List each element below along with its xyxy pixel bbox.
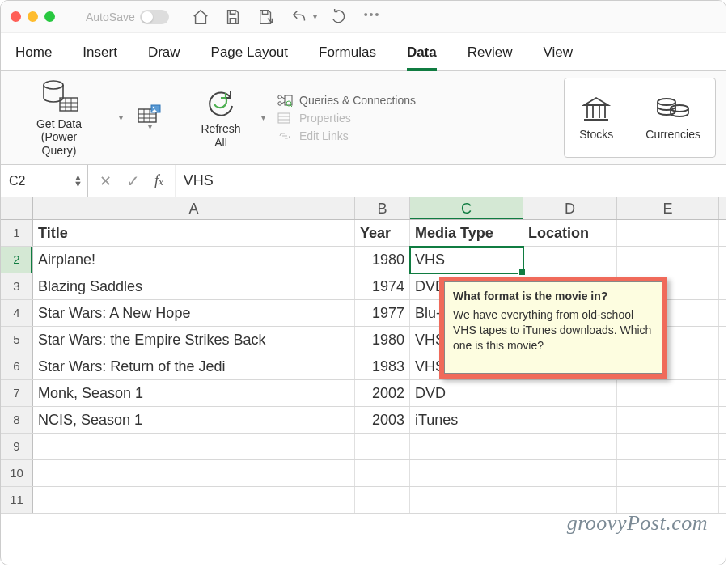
cell[interactable] <box>33 460 355 486</box>
cell[interactable]: Star Wars: A New Hope <box>33 300 355 326</box>
refresh-dropdown-icon[interactable]: ▾ <box>261 113 265 122</box>
tab-data[interactable]: Data <box>407 44 437 70</box>
select-all-corner[interactable] <box>1 197 33 219</box>
minimize-icon[interactable] <box>28 11 38 22</box>
cell[interactable]: Media Type <box>410 220 523 246</box>
cell[interactable]: NCIS, Season 1 <box>33 407 355 433</box>
close-icon[interactable] <box>11 11 21 22</box>
enter-icon[interactable]: ✓ <box>126 171 140 191</box>
cell[interactable]: 1980 <box>355 327 410 353</box>
tab-review[interactable]: Review <box>468 44 513 70</box>
data-types-gallery[interactable]: Stocks Currencies <box>564 78 716 158</box>
cell[interactable]: Title <box>33 220 355 246</box>
save-as-icon[interactable] <box>256 8 276 26</box>
coins-icon <box>655 95 691 123</box>
stocks-button[interactable]: Stocks <box>579 95 613 141</box>
tab-insert[interactable]: Insert <box>83 44 117 70</box>
cell[interactable]: 1977 <box>355 300 410 326</box>
tab-formulas[interactable]: Formulas <box>319 44 376 70</box>
zoom-icon[interactable] <box>44 11 55 22</box>
cell[interactable] <box>617 487 719 513</box>
tab-home[interactable]: Home <box>15 44 52 70</box>
cell[interactable]: DVD <box>410 380 523 406</box>
cell[interactable]: Blazing Saddles <box>33 273 355 299</box>
cell[interactable] <box>617 247 719 273</box>
cancel-icon[interactable]: ✕ <box>99 172 112 190</box>
cell[interactable] <box>410 487 523 513</box>
undo-dropdown-icon[interactable]: ▾ <box>313 12 317 21</box>
tab-page-layout[interactable]: Page Layout <box>211 44 288 70</box>
row-header[interactable]: 1 <box>1 220 33 246</box>
row-header[interactable]: 3 <box>1 273 33 299</box>
row-header[interactable]: 8 <box>1 407 33 433</box>
row-header[interactable]: 7 <box>1 380 33 406</box>
cell[interactable] <box>410 460 523 486</box>
col-header-a[interactable]: A <box>33 197 355 219</box>
undo-icon[interactable] <box>290 8 308 26</box>
cell[interactable] <box>523 460 617 486</box>
save-icon[interactable] <box>224 8 242 26</box>
col-header-c[interactable]: C <box>410 197 523 219</box>
cell[interactable] <box>617 407 719 433</box>
cell[interactable]: 1980 <box>355 247 410 273</box>
get-data-dropdown-icon[interactable]: ▾ <box>119 113 123 122</box>
cell[interactable]: Location <box>523 220 617 246</box>
cell[interactable]: 1983 <box>355 353 410 379</box>
tab-view[interactable]: View <box>544 44 574 70</box>
col-header-b[interactable]: B <box>355 197 410 219</box>
window-controls <box>11 11 55 22</box>
name-box[interactable]: C2 ▲▼ <box>1 165 88 197</box>
cell[interactable] <box>523 434 617 459</box>
more-icon[interactable]: ••• <box>364 8 381 26</box>
cell[interactable] <box>617 434 719 459</box>
input-message-highlight: What format is the movie in? We have eve… <box>439 277 667 379</box>
cell[interactable] <box>33 487 355 513</box>
queries-connections-button[interactable]: Queries & Connections <box>277 94 416 107</box>
cell[interactable] <box>355 460 410 486</box>
cell-selected[interactable]: VHS <box>410 247 523 273</box>
cell[interactable] <box>355 487 410 513</box>
cell[interactable]: Monk, Season 1 <box>33 380 355 406</box>
cell[interactable]: Airplane! <box>33 247 355 273</box>
cell[interactable]: 1974 <box>355 273 410 299</box>
row-header[interactable]: 10 <box>1 460 33 486</box>
cell[interactable]: 2003 <box>355 407 410 433</box>
cell[interactable]: Star Wars: the Empire Strikes Back <box>33 327 355 353</box>
col-header-d[interactable]: D <box>523 197 617 219</box>
cell[interactable] <box>523 407 617 433</box>
formula-input[interactable]: VHS <box>176 165 726 197</box>
cell[interactable] <box>355 434 410 459</box>
cell[interactable]: Year <box>355 220 410 246</box>
cell[interactable] <box>617 380 719 406</box>
get-data-button[interactable]: Get Data (Power Query) <box>11 78 108 158</box>
row-header[interactable]: 4 <box>1 300 33 326</box>
cell[interactable] <box>617 220 719 246</box>
tab-draw[interactable]: Draw <box>148 44 180 70</box>
redo-icon[interactable] <box>332 8 349 26</box>
col-header-e[interactable]: E <box>617 197 719 219</box>
row-header[interactable]: 11 <box>1 487 33 513</box>
namebox-stepper-icon[interactable]: ▲▼ <box>74 175 83 187</box>
fx-icon[interactable]: fx <box>154 172 163 189</box>
cell[interactable]: iTunes <box>410 407 523 433</box>
row-header[interactable]: 6 <box>1 353 33 379</box>
from-picture-button[interactable]: ▾ <box>131 78 168 158</box>
cell[interactable] <box>33 434 355 459</box>
spreadsheet-grid[interactable]: A B C D E 1 Title Year Media Type Locati… <box>1 197 726 514</box>
refresh-all-button[interactable]: Refresh All <box>192 78 250 158</box>
cell[interactable] <box>410 434 523 459</box>
autosave-toggle[interactable] <box>140 10 169 24</box>
cell[interactable]: 2002 <box>355 380 410 406</box>
home-icon[interactable] <box>192 8 210 26</box>
cell[interactable] <box>523 487 617 513</box>
input-message-tooltip: What format is the movie in? We have eve… <box>444 281 662 374</box>
row-header[interactable]: 5 <box>1 327 33 353</box>
cell[interactable] <box>523 380 617 406</box>
row-header[interactable]: 2 <box>1 247 33 273</box>
currencies-button[interactable]: Currencies <box>645 95 700 141</box>
cell[interactable]: Star Wars: Return of the Jedi <box>33 353 355 379</box>
cell[interactable] <box>523 247 617 273</box>
row-header[interactable]: 9 <box>1 434 33 459</box>
svg-rect-20 <box>278 113 290 123</box>
cell[interactable] <box>617 460 719 486</box>
